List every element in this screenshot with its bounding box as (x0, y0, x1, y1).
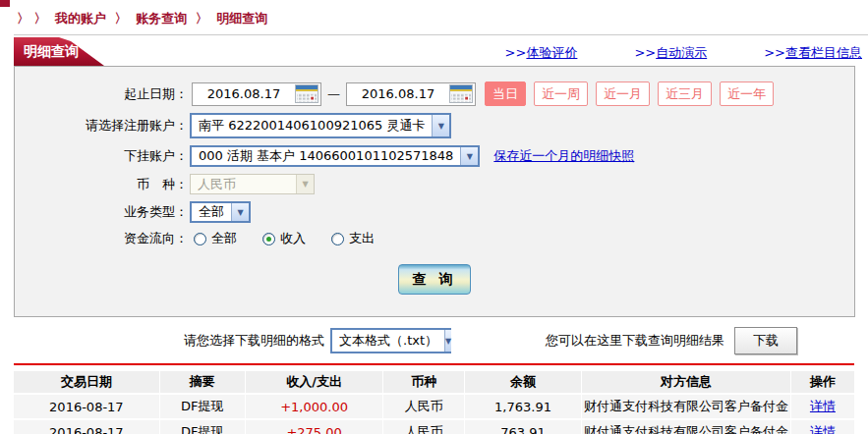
link-view-column-info[interactable]: >>查看栏目信息 (764, 44, 862, 62)
radio-unchecked-icon[interactable] (331, 233, 344, 245)
date-range-label: 起止日期： (15, 85, 188, 103)
fund-flow-label: 资金流向： (15, 230, 188, 247)
query-form-panel: 起止日期： 2016.08.17 — 2016.08.17 (14, 66, 855, 317)
col-counterparty: 对方信息 (582, 371, 791, 393)
currency-value: 人民币 (191, 175, 296, 193)
chevron-down-icon[interactable]: ▼ (444, 330, 451, 352)
link-prefix: >> (634, 45, 656, 60)
cell-date: 2016-08-17 (14, 420, 160, 434)
range-today-button[interactable]: 当日 (485, 81, 526, 106)
currency-label: 币 种： (15, 176, 188, 193)
business-type-row: 业务类型： 全部 ▼ (15, 201, 854, 223)
breadcrumb-prefix: 〉 〉 (17, 11, 47, 26)
flow-option-expense[interactable]: 支出 (331, 230, 375, 247)
range-last-3-months-button[interactable]: 近三月 (658, 81, 712, 106)
header-links: >>体验评价 >>自动演示 >>查看栏目信息 (505, 44, 862, 62)
cell-counterparty: 财付通支付科技有限公司客户备付金 (582, 395, 791, 418)
cell-amount: +1,000.00 (246, 395, 383, 418)
range-last-year-button[interactable]: 近一年 (720, 81, 774, 106)
radio-unchecked-icon[interactable] (194, 233, 206, 245)
download-hint: 您可以在这里下载查询明细结果 (546, 332, 724, 350)
link-label: 查看栏目信息 (785, 45, 862, 60)
cell-summary: DF提现 (160, 420, 246, 434)
table-header-row: 交易日期 摘要 收入/支出 币种 余额 对方信息 操作 (14, 371, 854, 393)
currency-row: 币 种： 人民币 ▼ (15, 174, 854, 194)
flow-option-expense-label: 支出 (349, 230, 375, 247)
col-balance: 余额 (465, 371, 582, 393)
registered-account-select[interactable]: 南平 6222001406100921065 灵通卡 ▼ (190, 113, 451, 138)
link-prefix: >> (505, 45, 527, 60)
query-button[interactable]: 查 询 (398, 264, 471, 295)
cell-amount: +275.00 (246, 420, 383, 434)
registered-account-label: 请选择注册账户： (15, 117, 188, 135)
breadcrumb: 〉 〉 我的账户 〉 账务查询 〉 明细查询 (0, 0, 868, 34)
registered-account-row: 请选择注册账户： 南平 6222001406100921065 灵通卡 ▼ (15, 113, 854, 138)
business-type-label: 业务类型： (15, 203, 188, 221)
download-button[interactable]: 下载 (734, 327, 797, 354)
breadcrumb-separator: 〉 (115, 11, 128, 26)
chevron-down-icon[interactable]: ▼ (432, 115, 449, 136)
sub-account-row: 下挂账户： 000 活期 基本户 1406600101102571848 ▼ 保… (15, 145, 854, 167)
link-label: 体验评价 (526, 45, 577, 60)
tab-bar: 明细查询 >>体验评价 >>自动演示 >>查看栏目信息 (14, 35, 868, 66)
breadcrumb-item-account-query[interactable]: 账务查询 (136, 11, 187, 26)
flow-option-all-label: 全部 (211, 230, 237, 247)
breadcrumb-separator: 〉 (196, 11, 208, 26)
col-currency: 币种 (383, 371, 465, 393)
col-date: 交易日期 (14, 371, 160, 393)
transaction-table: 交易日期 摘要 收入/支出 币种 余额 对方信息 操作 2016-08-17 D… (14, 369, 854, 434)
flow-option-income[interactable]: 收入 (262, 230, 306, 247)
range-last-week-button[interactable]: 近一周 (534, 81, 588, 106)
col-action: 操作 (791, 371, 854, 393)
calendar-icon[interactable] (449, 84, 473, 103)
detail-link[interactable]: 详情 (810, 424, 836, 434)
flow-option-all[interactable]: 全部 (194, 230, 237, 247)
detail-link[interactable]: 详情 (810, 399, 836, 413)
col-summary: 摘要 (160, 371, 246, 393)
download-section: 请您选择下载明细的格式 文本格式（.txt） ▼ 您可以在这里下载查询明细结果 … (184, 326, 868, 355)
link-label: 自动演示 (656, 45, 707, 60)
chevron-down-icon[interactable]: ▼ (231, 203, 249, 221)
col-amount: 收入/支出 (246, 371, 383, 393)
chevron-down-icon: ▼ (296, 175, 314, 193)
start-date-input[interactable]: 2016.08.17 (192, 82, 321, 106)
breadcrumb-item-my-account[interactable]: 我的账户 (55, 11, 106, 26)
registered-account-value: 南平 6222001406100921065 灵通卡 (192, 115, 432, 136)
fund-flow-row: 资金流向： 全部 收入 支出 (15, 230, 854, 247)
date-separator: — (327, 86, 340, 101)
currency-select: 人民币 ▼ (190, 174, 315, 194)
cell-summary: DF提现 (160, 395, 246, 418)
range-last-month-button[interactable]: 近一月 (596, 81, 650, 106)
start-date-value[interactable]: 2016.08.17 (193, 86, 295, 101)
download-format-label: 请您选择下载明细的格式 (184, 332, 324, 350)
table-row: 2016-08-17 DF提现 +1,000.00 人民币 1,763.91 财… (14, 395, 854, 418)
cell-currency: 人民币 (383, 420, 465, 434)
chevron-down-icon[interactable]: ▼ (460, 147, 478, 165)
fund-flow-options: 全部 收入 支出 (194, 230, 375, 247)
sub-account-select[interactable]: 000 活期 基本户 1406600101102571848 ▼ (190, 145, 480, 167)
cell-date: 2016-08-17 (14, 395, 160, 418)
link-prefix: >> (764, 45, 785, 60)
link-auto-demo[interactable]: >>自动演示 (634, 44, 707, 62)
breadcrumb-item-detail-query[interactable]: 明细查询 (216, 11, 267, 26)
date-range-row: 起止日期： 2016.08.17 — 2016.08.17 (15, 81, 854, 106)
tab-detail-query[interactable]: 明细查询 (14, 37, 104, 66)
cell-balance: 763.91 (465, 420, 582, 434)
download-format-select[interactable]: 文本格式（.txt） ▼ (330, 328, 451, 353)
sub-account-value: 000 活期 基本户 1406600101102571848 (192, 147, 460, 165)
flow-option-income-label: 收入 (280, 230, 306, 247)
table-row: 2016-08-17 DF提现 +275.00 人民币 763.91 财付通支付… (14, 420, 854, 434)
radio-checked-icon[interactable] (262, 233, 275, 245)
red-divider (14, 363, 854, 365)
business-type-value: 全部 (192, 203, 231, 221)
cell-balance: 1,763.91 (465, 395, 582, 418)
cell-counterparty: 财付通支付科技有限公司客户备付金 (582, 420, 791, 434)
end-date-input[interactable]: 2016.08.17 (346, 82, 476, 106)
link-experience-review[interactable]: >>体验评价 (505, 44, 578, 62)
end-date-value[interactable]: 2016.08.17 (347, 86, 449, 101)
business-type-select[interactable]: 全部 ▼ (190, 201, 251, 223)
cell-currency: 人民币 (383, 395, 465, 418)
sub-account-label: 下挂账户： (15, 147, 188, 165)
calendar-icon[interactable] (295, 84, 318, 103)
save-snapshot-link[interactable]: 保存近一个月的明细快照 (493, 147, 634, 165)
